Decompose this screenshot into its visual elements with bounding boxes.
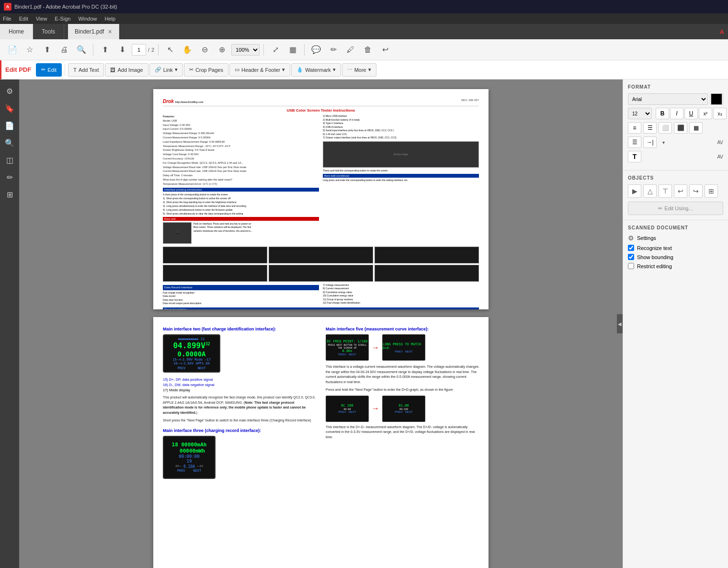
bold-button[interactable]: B <box>656 108 669 119</box>
hand-tool[interactable]: ✋ <box>180 42 195 57</box>
page-number-input[interactable] <box>132 44 146 56</box>
tab-home[interactable]: Home <box>0 24 33 39</box>
bookmark-button[interactable]: ☆ <box>22 42 37 57</box>
underline-button[interactable]: U <box>684 108 698 119</box>
indent-button[interactable]: →| <box>643 136 657 148</box>
view-mode-button[interactable]: ▦ <box>285 42 300 57</box>
more-icon: ⋯ <box>347 67 353 73</box>
align-left-button[interactable]: ⬜ <box>659 122 672 134</box>
undo-button[interactable]: ↩ <box>377 42 393 57</box>
menu-help[interactable]: Help <box>105 16 116 22</box>
bring-front-button[interactable]: △ <box>643 184 657 198</box>
highlight-button[interactable]: 🖊 <box>343 42 358 57</box>
sidebar-search-button[interactable]: 🔍 <box>2 135 17 150</box>
zoom-select[interactable]: 100% 75% 150% 200% <box>231 44 260 56</box>
edit-button[interactable]: ✏ Edit <box>36 63 62 77</box>
show-bounding-label: Show bounding <box>637 254 673 260</box>
font-family-select[interactable]: Arial Times New Roman <box>628 93 708 105</box>
document-area[interactable]: Drok http://www.DrokBuy.com SKU: 200 257… <box>19 80 623 568</box>
restrict-editing-checkbox[interactable] <box>628 263 634 269</box>
right-panel-collapse[interactable]: ◀ <box>617 314 623 333</box>
italic-button[interactable]: I <box>670 108 683 119</box>
delete-button[interactable]: 🗑 <box>360 42 375 57</box>
recognize-text-checkbox[interactable] <box>628 245 634 251</box>
settings-row[interactable]: ⚙ Settings <box>628 234 723 242</box>
tab-bar: Home Tools Binder1.pdf × A <box>0 24 728 39</box>
menu-window[interactable]: Window <box>78 16 97 22</box>
menu-esign[interactable]: E-Sign <box>55 16 70 22</box>
sidebar-tools-button[interactable]: ⚙ <box>2 83 17 99</box>
link-button[interactable]: 🔗 Link ▾ <box>149 63 183 77</box>
prev-page-button[interactable]: ⬆ <box>97 42 113 57</box>
numbered-list-button[interactable]: ☰ <box>643 122 657 134</box>
edit-bar: Edit PDF ✏ Edit T Add Text 🖼 Add Image 🔗… <box>0 60 728 80</box>
font-size-select[interactable]: 12 10 14 16 <box>628 108 652 119</box>
tab-file[interactable]: Binder1.pdf × <box>68 24 119 39</box>
zoom-in-button[interactable]: ⊕ <box>214 42 229 57</box>
comment-button[interactable]: 💬 <box>308 42 324 57</box>
toolbar-sep-4 <box>304 44 305 56</box>
watermark-button[interactable]: 💧 Watermark ▾ <box>291 63 341 77</box>
edit-using-icon: ✏ <box>658 205 662 212</box>
distribute-button[interactable]: ⊤ <box>659 184 672 198</box>
nav-controls: / 2 <box>132 44 154 56</box>
redo-obj-button[interactable]: ↪ <box>689 184 703 198</box>
menu-view[interactable]: View <box>36 16 47 22</box>
search-button[interactable]: 🔍 <box>74 42 89 57</box>
right-panel: FORMAT Arial Times New Roman 12 10 14 16 <box>623 80 728 568</box>
left-sidebar: ⚙ 🔖 📄 🔍 ◫ ✏ ⊞ <box>0 80 19 568</box>
subscript-button[interactable]: x₂ <box>713 108 727 119</box>
recognize-text-item: Recognize text <box>628 245 723 251</box>
add-text-icon: T <box>73 67 77 73</box>
more-chevron: ▾ <box>368 67 371 73</box>
tab-tools[interactable]: Tools <box>33 24 64 39</box>
menu-bar: File Edit View E-Sign Window Help <box>0 13 728 24</box>
fit-page-button[interactable]: ⤢ <box>268 42 283 57</box>
next-page-button[interactable]: ⬇ <box>114 42 130 57</box>
text-style-btn[interactable]: T <box>628 151 641 162</box>
undo-obj-button[interactable]: ↩ <box>674 184 687 198</box>
add-text-button[interactable]: T Add Text <box>68 63 104 77</box>
toolbar-sep-2 <box>158 44 159 56</box>
sidebar-extra-button[interactable]: ⊞ <box>2 187 17 202</box>
align-center-button[interactable]: ⬛ <box>674 122 687 134</box>
edit-using-button[interactable]: ✏ Edit Using... <box>628 202 723 215</box>
nav-separator: / <box>148 47 149 53</box>
restrict-editing-label: Restrict editing <box>637 263 672 269</box>
crop-icon: ✂ <box>189 67 193 73</box>
sidebar-edit-button[interactable]: ✏ <box>2 170 17 185</box>
edit-icon: ✏ <box>41 67 46 73</box>
tab-close-button[interactable]: × <box>108 28 112 35</box>
pen-button[interactable]: ✏ <box>326 42 341 57</box>
print-button[interactable]: 🖨 <box>57 42 72 57</box>
sidebar-pages-button[interactable]: 📄 <box>2 118 17 133</box>
edit-pdf-label: Edit PDF <box>5 66 31 73</box>
upload-button[interactable]: ⬆ <box>39 42 55 57</box>
crop-pages-button[interactable]: ✂ Crop Pages <box>184 63 228 77</box>
acrobat-logo: A <box>720 28 724 35</box>
objects-title: OBJECTS <box>628 175 723 181</box>
pdf-page-2: Main interface two (fast charge identifi… <box>153 317 489 568</box>
send-back-button[interactable]: ▶ <box>628 184 641 198</box>
add-image-button[interactable]: 🖼 Add Image <box>105 63 148 77</box>
link-icon: 🔗 <box>155 67 161 73</box>
menu-edit[interactable]: Edit <box>19 16 28 22</box>
cursor-tool[interactable]: ↖ <box>162 42 178 57</box>
superscript-button[interactable]: x² <box>699 108 712 119</box>
align-right-button[interactable]: ▦ <box>689 122 703 134</box>
show-bounding-checkbox[interactable] <box>628 254 634 260</box>
zoom-out-button[interactable]: ⊖ <box>197 42 212 57</box>
sidebar-bookmark-button[interactable]: 🔖 <box>2 101 17 116</box>
recognize-text-label: Recognize text <box>637 245 672 251</box>
align-justify-button[interactable]: ☰ <box>628 136 641 148</box>
numbered-list-left: 15) D+, DP, data positive signal 16) D-,… <box>163 377 316 392</box>
more-button[interactable]: ⋯ More ▾ <box>342 63 376 77</box>
new-button[interactable]: 📄 <box>5 42 20 57</box>
bullet-list-button[interactable]: ≡ <box>628 122 641 134</box>
font-color-btn[interactable] <box>710 93 723 105</box>
header-footer-button[interactable]: ▭ Header & Footer ▾ <box>229 63 290 77</box>
menu-file[interactable]: File <box>3 16 11 22</box>
title-bar: A Binder1.pdf - Adobe Acrobat Pro DC (32… <box>0 0 728 13</box>
crop-obj-button[interactable]: ⊞ <box>705 184 718 198</box>
sidebar-layers-button[interactable]: ◫ <box>2 152 17 168</box>
